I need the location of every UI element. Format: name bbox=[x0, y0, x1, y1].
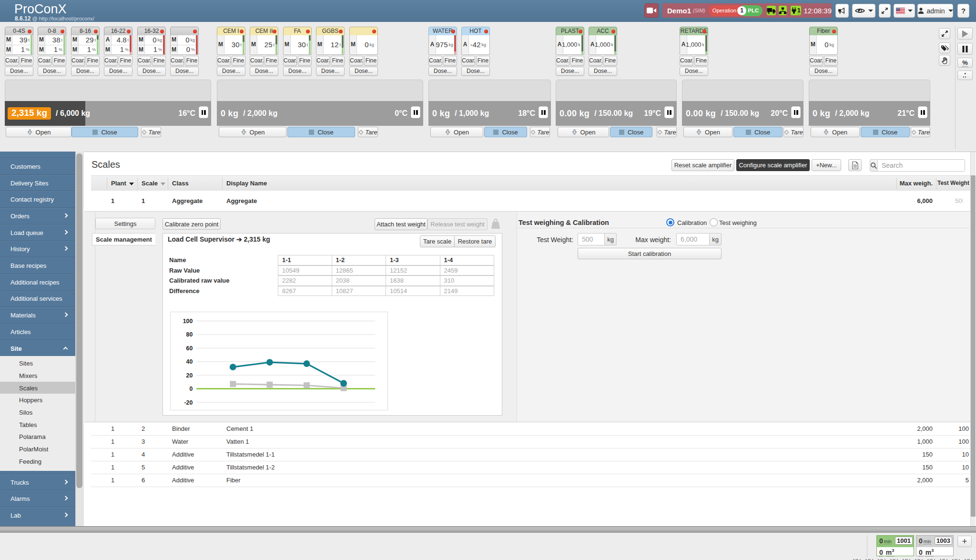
open-scale-button[interactable]: Open bbox=[683, 127, 732, 137]
mode-button[interactable]: M bbox=[810, 35, 817, 54]
close-scale-button[interactable]: Close bbox=[484, 127, 527, 137]
view-dropdown-button[interactable] bbox=[852, 4, 875, 18]
sidebar-subitem-feeding[interactable]: Feeding bbox=[0, 455, 75, 468]
sidebar-subitem-silos[interactable]: Silos bbox=[0, 406, 75, 418]
reset-scale-amplifier-button[interactable]: Reset scale amplifier bbox=[671, 159, 734, 171]
material-card-header[interactable]: Fiber bbox=[809, 27, 838, 36]
dose-button[interactable]: Dose... bbox=[137, 67, 166, 76]
coarse-button[interactable]: Coar. bbox=[680, 56, 693, 66]
sidebar-subitem-sites[interactable]: Sites bbox=[0, 357, 75, 369]
material-card-header[interactable]: 16-22 bbox=[104, 27, 132, 36]
dose-button[interactable]: Dose... bbox=[589, 67, 617, 76]
new-button[interactable]: +New... bbox=[812, 159, 841, 171]
max-weight-input[interactable]: 6,000 bbox=[676, 233, 710, 245]
material-card-header[interactable]: 0-4S bbox=[5, 27, 33, 36]
sidebar-item-additional-recipes[interactable]: Additional recipes bbox=[0, 274, 75, 290]
configure-scale-amplifier-button[interactable]: Configure scale amplifier bbox=[736, 159, 810, 171]
sidebar-subitem-tables[interactable]: Tables bbox=[0, 418, 75, 431]
sidebar-subitem-polarama[interactable]: Polarama bbox=[0, 431, 75, 443]
tare-scale-button[interactable]: Tare bbox=[358, 127, 378, 137]
material-card-header[interactable]: ACC bbox=[589, 27, 617, 36]
material-card-header[interactable]: RETARDE bbox=[680, 27, 708, 36]
dose-button[interactable]: Dose... bbox=[170, 67, 199, 76]
start-calibration-button[interactable]: Start calibration bbox=[578, 248, 722, 259]
coarse-button[interactable]: Coar. bbox=[589, 56, 602, 66]
material-card-header[interactable]: CEM I bbox=[217, 27, 245, 36]
dose-button[interactable]: Dose... bbox=[349, 67, 378, 76]
mode-button[interactable]: A bbox=[462, 35, 469, 54]
open-scale-button[interactable]: Open bbox=[811, 127, 860, 137]
sidebar-item-contact-registry[interactable]: Contact registry bbox=[0, 191, 75, 207]
mode-button[interactable]: M bbox=[38, 45, 45, 54]
coarse-button[interactable]: Coar. bbox=[250, 56, 264, 66]
open-scale-button[interactable]: Open bbox=[558, 127, 609, 137]
material-card-header[interactable]: 8-16 bbox=[71, 27, 100, 36]
sidebar-item-load-queue[interactable]: Load queue bbox=[0, 224, 75, 241]
sidebar-subitem-polarmoist[interactable]: PolarMoist bbox=[0, 443, 75, 455]
dose-button[interactable]: Dose... bbox=[104, 67, 132, 76]
tab-settings[interactable]: Settings bbox=[95, 218, 155, 229]
coarse-button[interactable]: Coar. bbox=[461, 56, 475, 66]
mode-button[interactable]: M bbox=[138, 45, 145, 54]
tare-scale-button[interactable]: Tare scale bbox=[420, 235, 455, 247]
close-scale-button[interactable]: Close bbox=[861, 127, 910, 137]
mode-button[interactable]: M bbox=[350, 35, 357, 54]
mode-button[interactable]: M bbox=[71, 35, 79, 45]
col-scale[interactable]: Scale bbox=[142, 176, 165, 191]
sidebar-subitem-hoppers[interactable]: Hoppers bbox=[0, 394, 75, 406]
test-weight-input[interactable]: 500 bbox=[578, 233, 605, 245]
dose-button[interactable]: Dose... bbox=[316, 67, 345, 76]
tab-scale-management[interactable]: Scale management bbox=[92, 233, 155, 245]
fine-button[interactable]: Fine bbox=[694, 56, 708, 66]
close-scale-button[interactable]: Close bbox=[71, 127, 138, 137]
close-scale-button[interactable]: Close bbox=[287, 127, 355, 137]
fine-button[interactable]: Fine bbox=[52, 56, 66, 66]
fine-button[interactable]: Fine bbox=[20, 56, 33, 66]
sidebar-item-lab[interactable]: Lab bbox=[0, 507, 75, 523]
sidebar-item-site[interactable]: Site bbox=[0, 340, 75, 356]
coarse-button[interactable]: Coar. bbox=[428, 56, 442, 66]
fine-button[interactable]: Fine bbox=[264, 56, 278, 66]
mode-button[interactable]: M bbox=[171, 45, 178, 54]
operation-plc-pill[interactable]: Operation1PLC bbox=[709, 5, 763, 16]
fine-button[interactable]: Fine bbox=[476, 56, 490, 66]
sidebar-item-customers[interactable]: Customers bbox=[0, 158, 75, 174]
open-scale-button[interactable]: Open bbox=[430, 127, 483, 137]
fine-button[interactable]: Fine bbox=[603, 56, 617, 66]
mode-button[interactable]: A bbox=[104, 35, 112, 45]
mode-button[interactable]: M bbox=[316, 35, 324, 54]
dose-button[interactable]: Dose... bbox=[5, 67, 33, 76]
release-test-weight-button[interactable]: Release test weight bbox=[427, 218, 488, 230]
video-button[interactable] bbox=[644, 3, 659, 18]
sidebar-item-alarms[interactable]: Alarms bbox=[0, 490, 75, 507]
fine-button[interactable]: Fine bbox=[824, 56, 838, 66]
sidebar-subitem-scales[interactable]: Scales bbox=[0, 382, 75, 394]
pause-scale-button[interactable] bbox=[411, 106, 420, 118]
material-card-header[interactable]: WATER bbox=[428, 27, 457, 36]
close-scale-button[interactable]: Close bbox=[733, 127, 783, 137]
mode-button[interactable]: M bbox=[5, 35, 12, 45]
dose-button[interactable]: Dose... bbox=[283, 67, 312, 76]
sidebar-subitem-mixers[interactable]: Mixers bbox=[0, 369, 75, 382]
close-scale-button[interactable]: Close bbox=[610, 127, 652, 137]
dose-button[interactable]: Dose... bbox=[38, 67, 66, 76]
horizontal-splitter[interactable] bbox=[0, 526, 976, 533]
dose-button[interactable]: Dose... bbox=[461, 67, 490, 76]
sidebar-scrollbar-thumb[interactable] bbox=[76, 153, 82, 488]
mode-button[interactable]: M bbox=[284, 35, 291, 54]
dose-button[interactable]: Dose... bbox=[556, 67, 584, 76]
pause-button[interactable] bbox=[957, 43, 973, 55]
sidebar-item-additional-services[interactable]: Additional services bbox=[0, 290, 75, 307]
network-status-badge[interactable] bbox=[779, 6, 787, 15]
coarse-button[interactable]: Coar. bbox=[170, 56, 184, 66]
material-card-header[interactable]: FA bbox=[283, 27, 312, 36]
fine-button[interactable]: Fine bbox=[152, 56, 166, 66]
dose-button[interactable]: Dose... bbox=[809, 67, 838, 76]
tare-scale-button[interactable]: Tare bbox=[657, 127, 677, 137]
coarse-button[interactable]: Coar. bbox=[104, 56, 118, 66]
plug-status-badge[interactable]: 1 bbox=[791, 6, 801, 15]
dose-button[interactable]: Dose... bbox=[428, 67, 457, 76]
coarse-button[interactable]: Coar. bbox=[349, 56, 363, 66]
fine-button[interactable]: Fine bbox=[570, 56, 584, 66]
pause-scale-button[interactable] bbox=[199, 106, 208, 118]
